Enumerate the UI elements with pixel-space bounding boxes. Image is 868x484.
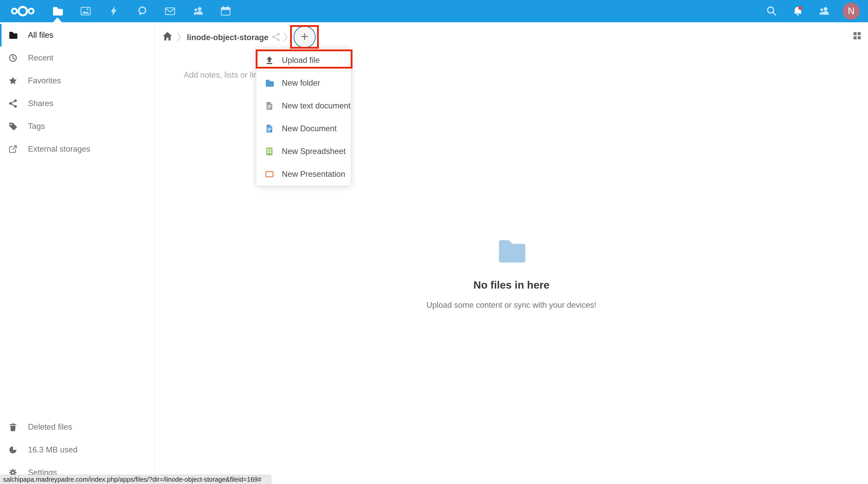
- quota-pie-icon: [8, 445, 18, 454]
- breadcrumb-folder-name[interactable]: linode-object-storage: [187, 33, 268, 42]
- spreadsheet-icon: [265, 147, 274, 156]
- nextcloud-logo[interactable]: [9, 4, 36, 18]
- files-app-icon[interactable]: [50, 4, 65, 19]
- notifications-bell-icon[interactable]: [790, 4, 805, 19]
- link-preview-statusbar: salchipapa.madreypadre.com/index.php/app…: [0, 475, 271, 484]
- menu-item-label: Upload file: [282, 56, 320, 65]
- document-icon: [265, 124, 274, 133]
- plus-icon: +: [301, 30, 309, 43]
- folder-icon: [8, 31, 18, 40]
- chevron-right-icon: [177, 32, 181, 42]
- chevron-right-icon: [284, 32, 288, 42]
- sidebar-item-favorites[interactable]: Favorites: [0, 69, 155, 92]
- empty-state-title: No files in here: [155, 279, 868, 291]
- empty-folder-icon: [497, 238, 526, 264]
- activity-app-icon[interactable]: [106, 4, 121, 19]
- menu-item-label: New Document: [282, 124, 337, 133]
- photos-app-icon[interactable]: [79, 4, 93, 19]
- empty-state-subtitle: Upload some content or sync with your de…: [155, 301, 868, 310]
- sidebar-item-tags[interactable]: Tags: [0, 115, 155, 138]
- notes-placeholder[interactable]: Add notes, lists or lin: [184, 70, 258, 80]
- sidebar-item-label: External storages: [28, 144, 90, 154]
- avatar[interactable]: N: [843, 3, 860, 20]
- sidebar-item-label: Shares: [28, 99, 53, 108]
- sidebar-nav: All files Recent Favorites: [0, 24, 155, 160]
- share-icon: [8, 99, 18, 108]
- sidebar-item-label: Tags: [28, 122, 45, 131]
- tag-icon: [8, 122, 18, 131]
- empty-state: No files in here Upload some content or …: [155, 238, 868, 310]
- avatar-initial: N: [848, 6, 855, 17]
- presentation-icon: [265, 170, 274, 179]
- topbar: N: [0, 0, 868, 22]
- talk-app-icon[interactable]: [135, 4, 149, 19]
- nextcloud-window: N All files Recent: [0, 0, 868, 484]
- calendar-app-icon[interactable]: [218, 4, 233, 19]
- menu-item-new-text-document[interactable]: New text document: [256, 94, 351, 117]
- external-link-icon: [8, 144, 18, 154]
- clock-icon: [8, 53, 18, 63]
- sidebar: All files Recent Favorites: [0, 22, 155, 484]
- share-breadcrumb-icon[interactable]: [271, 32, 281, 42]
- sidebar-item-deleted-files[interactable]: Deleted files: [0, 416, 155, 438]
- active-app-indicator: [53, 17, 62, 22]
- star-icon: [8, 76, 18, 85]
- sidebar-item-shares[interactable]: Shares: [0, 92, 155, 115]
- sidebar-item-label: All files: [28, 31, 53, 40]
- mail-app-icon[interactable]: [163, 4, 177, 19]
- menu-item-label: New Spreadsheet: [282, 147, 345, 156]
- menu-item-new-spreadsheet[interactable]: New Spreadsheet: [256, 140, 351, 163]
- menu-item-label: New text document: [282, 101, 350, 111]
- sidebar-item-label: Favorites: [28, 76, 61, 85]
- contacts-app-icon[interactable]: [191, 4, 206, 19]
- sidebar-item-label: Deleted files: [28, 422, 72, 432]
- grid-view-toggle-icon[interactable]: [852, 31, 862, 40]
- sidebar-item-all-files[interactable]: All files: [0, 24, 155, 47]
- sidebar-item-external-storages[interactable]: External storages: [0, 138, 155, 160]
- upload-icon: [265, 56, 274, 65]
- new-menu: Upload file New folder New text document: [256, 49, 351, 186]
- menu-item-new-document[interactable]: New Document: [256, 117, 351, 140]
- contacts-menu-icon[interactable]: [817, 4, 832, 19]
- sidebar-item-label: 16.3 MB used: [28, 445, 78, 454]
- sidebar-item-recent[interactable]: Recent: [0, 47, 155, 69]
- sidebar-item-quota[interactable]: 16.3 MB used: [0, 438, 155, 461]
- sidebar-bottom-nav: Deleted files 16.3 MB used: [0, 416, 155, 484]
- search-icon[interactable]: [765, 4, 779, 19]
- menu-item-label: New folder: [282, 79, 320, 88]
- sidebar-item-label: Recent: [28, 53, 53, 63]
- text-document-icon: [265, 101, 274, 111]
- menu-item-new-presentation[interactable]: New Presentation: [256, 163, 351, 186]
- menu-item-label: New Presentation: [282, 170, 345, 179]
- menu-item-new-folder[interactable]: New folder: [256, 72, 351, 94]
- trash-icon: [8, 422, 18, 432]
- folder-icon: [265, 79, 274, 88]
- active-indicator: [0, 24, 2, 47]
- home-breadcrumb-icon[interactable]: [162, 31, 173, 42]
